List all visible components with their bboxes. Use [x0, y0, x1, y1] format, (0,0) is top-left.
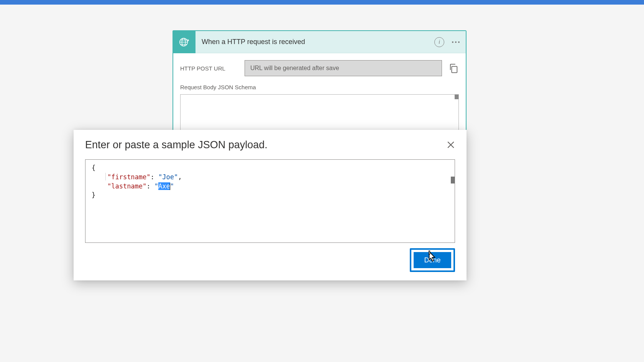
trigger-title: When a HTTP request is received: [196, 38, 434, 46]
json-key-firstname: "firstname": [107, 173, 151, 181]
json-payload-input[interactable]: { "firstname": "Joe", "lastname": "Axe" …: [85, 159, 455, 243]
json-close-brace: }: [92, 191, 95, 199]
done-button-highlight: Done: [410, 248, 455, 272]
schema-label: Request Body JSON Schema: [180, 84, 459, 90]
copy-icon[interactable]: [448, 63, 459, 74]
more-dots-icon[interactable]: [451, 39, 460, 45]
modal-header: Enter or paste a sample JSON payload.: [85, 139, 455, 151]
info-icon[interactable]: i: [434, 37, 444, 47]
trigger-header[interactable]: When a HTTP request is received i: [173, 31, 466, 53]
svg-rect-5: [452, 66, 457, 72]
schema-textarea[interactable]: [180, 94, 459, 133]
sample-payload-modal: Enter or paste a sample JSON payload. { …: [74, 130, 467, 280]
post-url-row: HTTP POST URL URL will be generated afte…: [180, 60, 459, 76]
json-selection: Axe: [158, 182, 170, 190]
json-open-brace: {: [92, 164, 95, 172]
json-key-lastname: "lastname": [107, 182, 146, 190]
post-url-input[interactable]: URL will be generated after save: [245, 60, 442, 76]
json-val-firstname: "Joe": [158, 173, 178, 181]
post-url-label: HTTP POST URL: [180, 65, 245, 72]
done-button[interactable]: Done: [414, 252, 451, 268]
modal-footer: Done: [85, 248, 455, 272]
scrollbar-thumb[interactable]: [451, 177, 455, 183]
http-globe-icon: [173, 31, 196, 53]
close-icon[interactable]: [447, 141, 455, 149]
top-bar: [0, 0, 644, 5]
modal-title: Enter or paste a sample JSON payload.: [85, 139, 268, 151]
